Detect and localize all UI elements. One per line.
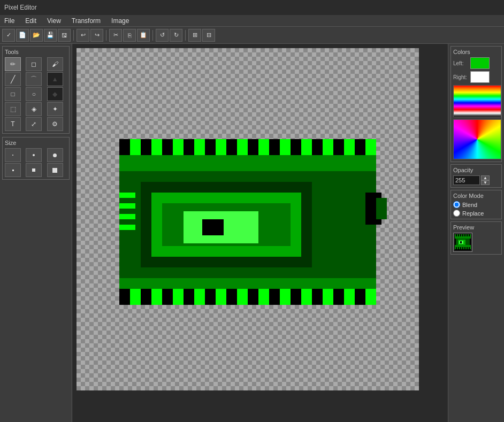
tool-settings[interactable]: ⚙	[47, 117, 63, 131]
svg-rect-79	[460, 247, 461, 249]
svg-rect-21	[280, 139, 291, 155]
opacity-input[interactable]	[453, 175, 480, 185]
tb-redo[interactable]: ↪	[90, 29, 103, 42]
tb-new[interactable]: 📄	[16, 29, 29, 42]
right-color-swatch[interactable]	[470, 71, 490, 83]
svg-rect-71	[469, 234, 470, 236]
tb-zoom[interactable]: ⊟	[202, 29, 215, 42]
svg-rect-75	[460, 241, 462, 243]
svg-rect-61	[344, 289, 355, 305]
left-color-swatch[interactable]	[470, 57, 490, 69]
menu-transform[interactable]: Transform	[70, 16, 103, 26]
svg-rect-23	[323, 139, 333, 155]
tb-undo[interactable]: ↩	[77, 29, 89, 42]
tool-wand[interactable]: ✦	[47, 102, 63, 116]
tb-confirm[interactable]: ✓	[2, 29, 15, 42]
tool-circle-outline[interactable]: ○	[26, 87, 42, 101]
svg-rect-42	[184, 289, 194, 305]
tool-selection[interactable]: ⬚	[5, 102, 21, 116]
right-color-label: Right:	[453, 74, 468, 80]
colors-section: Colors Left: Right:	[450, 46, 502, 162]
replace-radio-row[interactable]: Replace	[453, 210, 499, 217]
tb-save-as[interactable]: 💾	[44, 29, 57, 42]
menu-bar: File Edit View Transform Image	[0, 15, 504, 27]
colors-label: Colors	[453, 49, 499, 55]
color-palette-strip[interactable]	[453, 85, 501, 117]
tool-shape-dark[interactable]: ◆	[47, 87, 63, 101]
tb-save[interactable]: 🖫	[58, 29, 71, 42]
tb-rotate-cw[interactable]: ↻	[170, 29, 182, 42]
blend-radio[interactable]	[453, 201, 460, 208]
svg-rect-3	[141, 139, 151, 155]
svg-rect-16	[173, 139, 184, 155]
svg-rect-83	[469, 247, 470, 249]
size-4[interactable]	[5, 163, 21, 177]
size-1[interactable]	[5, 148, 21, 162]
opacity-section: Opacity ▲ ▼	[450, 164, 502, 188]
svg-rect-9	[269, 139, 280, 155]
svg-rect-46	[269, 289, 280, 305]
size-6[interactable]	[47, 163, 63, 177]
svg-rect-81	[464, 247, 465, 249]
preview-image	[454, 233, 472, 251]
menu-view[interactable]: View	[45, 16, 63, 26]
svg-rect-39	[119, 289, 130, 305]
tool-brush[interactable]: 🖌	[47, 57, 63, 71]
svg-rect-62	[365, 289, 376, 305]
tb-cut[interactable]: ✂	[109, 29, 122, 42]
tool-transform[interactable]: ⤢	[26, 117, 42, 131]
svg-rect-14	[130, 139, 141, 155]
replace-label: Replace	[462, 210, 484, 217]
tool-pencil[interactable]: ✏	[5, 57, 21, 71]
tool-bucket[interactable]: ◈	[26, 102, 42, 116]
size-2[interactable]	[26, 148, 42, 162]
color-mode-section: Color Mode Blend Replace	[450, 190, 502, 219]
tool-text[interactable]: T	[5, 117, 21, 131]
menu-edit[interactable]: Edit	[23, 16, 39, 26]
menu-image[interactable]: Image	[109, 16, 131, 26]
svg-rect-48	[312, 289, 323, 305]
tool-rect-outline[interactable]: □	[5, 87, 21, 101]
replace-radio[interactable]	[453, 210, 460, 217]
menu-file[interactable]: File	[2, 16, 17, 26]
tb-rotate-ccw[interactable]: ↺	[156, 29, 169, 42]
svg-rect-15	[151, 139, 162, 155]
color-wheel[interactable]	[453, 119, 501, 159]
title-bar: Pixel Editor	[0, 0, 504, 15]
svg-rect-82	[467, 247, 468, 249]
svg-rect-67	[460, 234, 461, 236]
size-5[interactable]	[26, 163, 42, 177]
opacity-spinner: ▲ ▼	[481, 175, 490, 185]
svg-rect-18	[216, 139, 226, 155]
svg-rect-2	[119, 139, 130, 155]
left-color-label: Left:	[453, 60, 468, 66]
tb-copy[interactable]: ⎘	[123, 29, 136, 42]
svg-rect-50	[355, 289, 365, 305]
svg-rect-31	[202, 219, 224, 235]
toolbar: ✓ 📄 📂 💾 🖫 ↩ ↪ ✂ ⎘ 📋 ↺ ↻ ⊞ ⊟	[0, 27, 504, 44]
canvas-container[interactable]	[77, 48, 419, 390]
tool-curve[interactable]: ⌒	[26, 72, 42, 86]
svg-rect-37	[119, 225, 135, 230]
tool-line[interactable]: ╱	[5, 72, 21, 86]
svg-rect-69	[464, 234, 465, 236]
svg-rect-35	[119, 203, 135, 209]
canvas-area[interactable]	[72, 44, 448, 422]
opacity-down[interactable]: ▼	[481, 180, 490, 185]
blend-label: Blend	[462, 202, 477, 208]
svg-rect-80	[462, 247, 463, 249]
tb-open[interactable]: 📂	[30, 29, 43, 42]
tool-eraser[interactable]: ◻	[26, 57, 42, 71]
main-area: Tools ✏ ◻ 🖌 ╱ ⌒ ▲ □ ○ ◆ ⬚ ◈ ✦ T ⤢ ⚙ Size	[0, 44, 504, 422]
size-grid	[5, 148, 67, 177]
tool-fill-dark[interactable]: ▲	[47, 72, 63, 86]
pixel-art-canvas[interactable]	[77, 48, 419, 390]
opacity-up[interactable]: ▲	[481, 175, 490, 180]
blend-radio-row[interactable]: Blend	[453, 201, 499, 208]
tb-grid[interactable]: ⊞	[188, 29, 201, 42]
svg-rect-8	[248, 139, 258, 155]
tb-paste[interactable]: 📋	[137, 29, 150, 42]
size-3[interactable]	[47, 148, 63, 162]
svg-rect-70	[467, 234, 468, 236]
svg-rect-52	[151, 289, 162, 305]
